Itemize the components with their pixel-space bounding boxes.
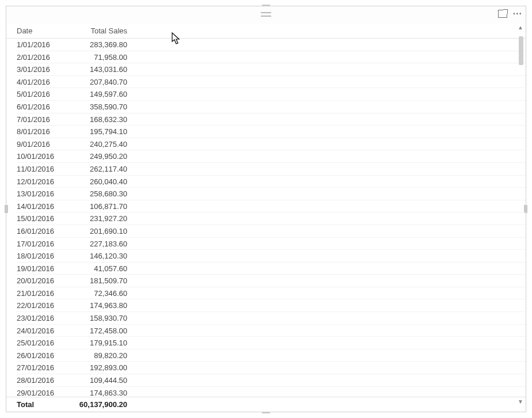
table-visual[interactable]: ··· Date Total Sales 1/01/2016283,369.80… <box>6 6 526 412</box>
table-row[interactable]: 12/01/2016260,040.40 <box>17 176 526 188</box>
table-row[interactable]: 22/01/2016174,963.80 <box>17 299 526 312</box>
table-row[interactable]: 27/01/2016192,893.00 <box>17 362 526 374</box>
table-row[interactable]: 7/01/2016168,632.30 <box>17 113 526 126</box>
cell-sales: 179,915.10 <box>69 337 132 349</box>
cell-sales: 172,458.00 <box>69 325 132 337</box>
column-header-sales[interactable]: Total Sales <box>69 26 132 35</box>
cell-date: 23/01/2016 <box>17 312 69 324</box>
table-row[interactable]: 25/01/2016179,915.10 <box>17 337 526 349</box>
cell-date: 14/01/2016 <box>17 200 69 212</box>
table-row[interactable]: 11/01/2016262,117.40 <box>17 163 526 176</box>
table-row[interactable]: 14/01/2016106,871.70 <box>17 200 526 213</box>
cell-date: 21/01/2016 <box>17 287 69 299</box>
table-row[interactable]: 3/01/2016143,031.60 <box>17 63 526 76</box>
cell-sales: 260,040.40 <box>69 176 132 188</box>
scroll-thumb[interactable] <box>519 36 523 65</box>
cell-date: 2/01/2016 <box>17 51 69 63</box>
visual-header: ··· <box>6 6 526 24</box>
cell-date: 17/01/2016 <box>17 238 69 250</box>
table-row[interactable]: 23/01/2016158,930.70 <box>17 312 526 325</box>
total-value: 60,137,900.20 <box>69 400 132 409</box>
cell-date: 8/01/2016 <box>17 126 69 138</box>
cell-sales: 41,057.60 <box>69 263 132 275</box>
cell-date: 18/01/2016 <box>17 250 69 262</box>
table-row[interactable]: 5/01/2016149,597.60 <box>17 88 526 101</box>
cell-sales: 71,958.00 <box>69 51 132 63</box>
table-row[interactable]: 6/01/2016358,590.70 <box>17 101 526 113</box>
total-label: Total <box>17 400 69 409</box>
table-row[interactable]: 18/01/2016146,120.30 <box>17 250 526 263</box>
cell-sales: 72,346.60 <box>69 287 132 299</box>
cell-date: 22/01/2016 <box>17 299 69 311</box>
cell-date: 11/01/2016 <box>17 163 69 175</box>
table-row[interactable]: 4/01/2016207,840.70 <box>17 76 526 89</box>
cell-date: 27/01/2016 <box>17 362 69 374</box>
cell-date: 5/01/2016 <box>17 88 69 100</box>
cell-sales: 143,031.60 <box>69 63 132 75</box>
table-row[interactable]: 26/01/201689,820.20 <box>17 349 526 362</box>
cell-sales: 174,963.80 <box>69 299 132 311</box>
table-row[interactable]: 1/01/2016283,369.80 <box>17 39 526 51</box>
table-row[interactable]: 8/01/2016195,794.10 <box>17 126 526 138</box>
table-row[interactable]: 19/01/201641,057.60 <box>17 263 526 275</box>
table-row[interactable]: 15/01/2016231,927.20 <box>17 212 526 225</box>
cell-sales: 240,275.40 <box>69 138 132 150</box>
cell-date: 29/01/2016 <box>17 387 69 397</box>
cell-sales: 192,893.00 <box>69 362 132 374</box>
table-row[interactable]: 2/01/201671,958.00 <box>17 51 526 64</box>
cell-sales: 109,444.50 <box>69 374 132 386</box>
table-row[interactable]: 24/01/2016172,458.00 <box>17 325 526 337</box>
table-row[interactable]: 29/01/2016174,863.30 <box>17 387 526 397</box>
cell-sales: 249,950.20 <box>69 150 132 162</box>
cell-date: 25/01/2016 <box>17 337 69 349</box>
table-row[interactable]: 28/01/2016109,444.50 <box>17 374 526 387</box>
table-row[interactable]: 21/01/201672,346.60 <box>17 287 526 300</box>
column-header-date[interactable]: Date <box>17 26 69 35</box>
cell-date: 9/01/2016 <box>17 138 69 150</box>
cell-sales: 146,120.30 <box>69 250 132 262</box>
cell-date: 26/01/2016 <box>17 349 69 362</box>
cell-sales: 262,117.40 <box>69 163 132 175</box>
cell-date: 6/01/2016 <box>17 101 69 113</box>
cell-date: 19/01/2016 <box>17 263 69 275</box>
cell-date: 13/01/2016 <box>17 188 69 200</box>
drag-grip-icon[interactable] <box>261 12 271 17</box>
cell-sales: 207,840.70 <box>69 76 132 88</box>
cell-sales: 358,590.70 <box>69 101 132 113</box>
cell-date: 3/01/2016 <box>17 63 69 75</box>
table-row[interactable]: 9/01/2016240,275.40 <box>17 138 526 151</box>
cell-sales: 158,930.70 <box>69 312 132 324</box>
cell-date: 10/01/2016 <box>17 150 69 162</box>
table-row[interactable]: 10/01/2016249,950.20 <box>17 150 526 163</box>
cell-sales: 258,680.30 <box>69 188 132 200</box>
cell-sales: 168,632.30 <box>69 113 132 126</box>
cell-date: 12/01/2016 <box>17 176 69 188</box>
cell-sales: 283,369.80 <box>69 39 132 51</box>
more-options-icon[interactable]: ··· <box>513 10 522 18</box>
focus-mode-icon[interactable] <box>498 10 507 18</box>
cell-date: 24/01/2016 <box>17 325 69 337</box>
column-headers: Date Total Sales <box>6 24 526 39</box>
cell-date: 1/01/2016 <box>17 39 69 51</box>
table-body: Date Total Sales 1/01/2016283,369.802/01… <box>6 24 526 412</box>
cell-sales: 201,690.10 <box>69 225 132 237</box>
cell-sales: 174,863.30 <box>69 387 132 397</box>
table-row[interactable]: 17/01/2016227,183.60 <box>17 238 526 250</box>
scroll-down-arrow-icon[interactable]: ▼ <box>516 398 525 406</box>
cell-sales: 231,927.20 <box>69 212 132 225</box>
table-row[interactable]: 16/01/2016201,690.10 <box>17 225 526 238</box>
table-rows: 1/01/2016283,369.802/01/201671,958.003/0… <box>6 39 526 397</box>
table-row[interactable]: 20/01/2016181,509.70 <box>17 275 526 287</box>
vertical-scrollbar[interactable]: ▲ ▼ <box>516 24 525 406</box>
total-row: Total 60,137,900.20 <box>6 397 526 412</box>
table-row[interactable]: 13/01/2016258,680.30 <box>17 188 526 200</box>
scroll-up-arrow-icon[interactable]: ▲ <box>516 24 525 32</box>
cell-date: 7/01/2016 <box>17 113 69 126</box>
visual-header-actions: ··· <box>498 10 522 18</box>
cell-date: 16/01/2016 <box>17 225 69 237</box>
cell-sales: 227,183.60 <box>69 238 132 250</box>
cell-date: 15/01/2016 <box>17 212 69 225</box>
cell-sales: 195,794.10 <box>69 126 132 138</box>
cell-sales: 181,509.70 <box>69 275 132 287</box>
cell-sales: 106,871.70 <box>69 200 132 212</box>
